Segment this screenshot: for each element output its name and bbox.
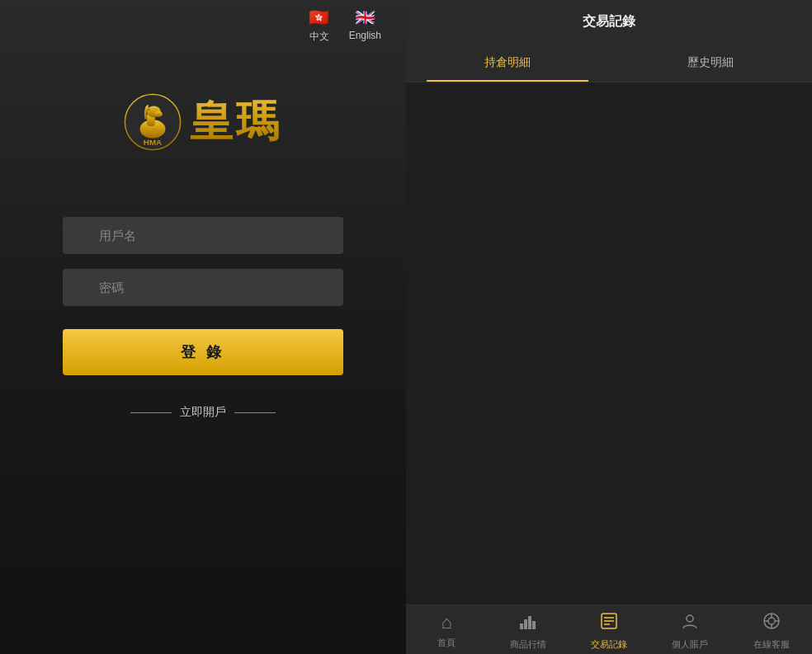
tab-positions[interactable]: 持倉明細 xyxy=(406,44,609,82)
trades-icon xyxy=(600,612,618,635)
market-icon xyxy=(519,612,537,635)
account-icon xyxy=(681,612,699,635)
svg-point-17 xyxy=(768,618,775,624)
flag-uk: 🇬🇧 xyxy=(352,8,378,26)
svg-rect-10 xyxy=(532,621,536,629)
nav-trades[interactable]: 交易記錄 xyxy=(569,612,649,651)
svg-point-4 xyxy=(154,111,163,117)
lang-chinese[interactable]: 🇭🇰 中文 xyxy=(306,8,333,44)
home-icon: ⌂ xyxy=(441,612,452,633)
flag-hk: 🇭🇰 xyxy=(306,8,333,26)
tab-history-label: 歷史明細 xyxy=(687,55,734,68)
svg-rect-9 xyxy=(528,616,531,629)
tab-content-area xyxy=(406,82,812,605)
hma-logo-icon: HMA xyxy=(124,93,182,151)
lang-label-en: English xyxy=(349,30,381,41)
register-link[interactable]: 立即開戶 xyxy=(63,405,343,420)
nav-home-label: 首頁 xyxy=(437,637,456,649)
svg-rect-7 xyxy=(520,623,523,629)
right-panel: 交易記錄 持倉明細 歷史明細 ⌂ 首頁 商品行情 xyxy=(406,0,812,654)
password-wrapper: 🔒 xyxy=(63,269,343,306)
nav-service-label: 在線客服 xyxy=(753,638,790,651)
nav-market-label: 商品行情 xyxy=(510,638,546,651)
service-icon xyxy=(762,612,781,635)
right-panel-header: 交易記錄 xyxy=(406,0,812,44)
tab-positions-label: 持倉明細 xyxy=(484,55,531,68)
tabs-row: 持倉明細 歷史明細 xyxy=(406,44,812,82)
left-panel: 🇭🇰 中文 🇬🇧 English xyxy=(0,0,406,654)
svg-rect-8 xyxy=(524,619,527,629)
lang-label-zh: 中文 xyxy=(309,30,329,44)
right-header-title: 交易記錄 xyxy=(583,14,635,28)
language-bar: 🇭🇰 中文 🇬🇧 English xyxy=(0,0,406,52)
brand-logo-text: 皇瑪 xyxy=(190,93,282,151)
tab-history[interactable]: 歷史明細 xyxy=(609,44,812,82)
nav-market[interactable]: 商品行情 xyxy=(487,612,568,651)
username-input[interactable] xyxy=(63,217,343,254)
login-button[interactable]: 登 錄 xyxy=(63,329,343,375)
bottom-nav: ⌂ 首頁 商品行情 xyxy=(406,605,812,654)
nav-trades-label: 交易記錄 xyxy=(591,638,627,651)
nav-account[interactable]: 個人賬戶 xyxy=(649,612,730,651)
lang-english[interactable]: 🇬🇧 English xyxy=(349,8,381,44)
username-wrapper: 👤 xyxy=(63,217,343,254)
login-form: 👤 🔒 登 錄 立即開戶 xyxy=(63,217,343,420)
right-divider xyxy=(234,412,276,413)
nav-home[interactable]: ⌂ 首頁 xyxy=(406,612,487,651)
logo-area: HMA 皇瑪 xyxy=(124,93,282,151)
left-divider xyxy=(130,412,172,413)
nav-service[interactable]: 在線客服 xyxy=(731,612,812,651)
nav-account-label: 個人賬戶 xyxy=(672,638,708,651)
svg-point-15 xyxy=(687,615,693,622)
register-text: 立即開戶 xyxy=(180,405,226,420)
svg-text:HMA: HMA xyxy=(144,138,162,147)
password-input[interactable] xyxy=(63,269,343,306)
